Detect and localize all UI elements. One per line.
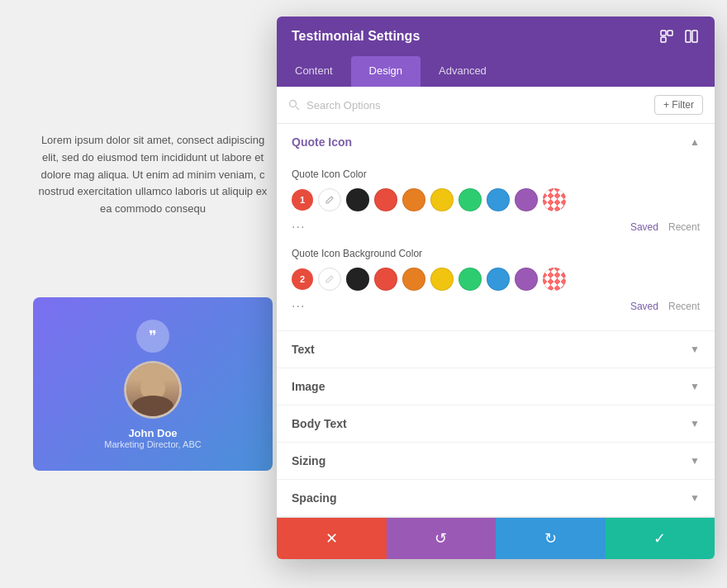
sizing-section: Sizing ▼ [277,443,715,480]
color-dots-1: ··· Saved Recent [292,216,700,238]
dots-menu-2[interactable]: ··· [292,299,305,314]
redo-button[interactable]: ↻ [496,518,606,559]
color-dots-2: ··· Saved Recent [292,296,700,317]
svg-rect-0 [661,31,666,36]
swatch-red-2[interactable] [374,268,397,291]
spacing-section-header[interactable]: Spacing ▼ [277,480,715,516]
swatch-red-1[interactable] [374,188,397,211]
text-section-title: Text [292,343,315,356]
svg-rect-4 [692,31,697,42]
dots-menu-1[interactable]: ··· [292,220,305,235]
quote-icon-header[interactable]: Quote Icon ▲ [277,124,715,160]
svg-rect-1 [668,31,672,36]
sizing-section-header[interactable]: Sizing ▼ [277,443,715,479]
color-picker-btn-2[interactable] [318,268,341,291]
tab-content[interactable]: Content [277,56,351,87]
image-section-title: Image [292,380,325,393]
chevron-down-sizing: ▼ [690,455,700,467]
recent-label-1[interactable]: Recent [668,221,700,233]
pen-icon-1 [325,195,335,205]
save-icon: ✓ [653,529,666,548]
color-label-2: Quote Icon Background Color [292,248,700,259]
filter-button[interactable]: + Filter [654,95,703,115]
spacer [292,238,700,248]
cancel-button[interactable]: ✕ [277,518,387,559]
chevron-down-body: ▼ [690,418,700,429]
color-picker-btn-1[interactable] [318,188,341,211]
swatch-blue-1[interactable] [487,188,510,211]
header-icons [658,28,700,45]
resize-icon[interactable] [658,28,675,45]
text-section-header[interactable]: Text ▼ [277,331,715,368]
pen-icon-2 [325,274,335,284]
lorem-text-block: Lorem ipsum dolor sit amet, consect adip… [33,132,273,218]
image-section: Image ▼ [277,368,715,405]
swatch-transparent-1[interactable] [543,188,566,211]
body-text-section-header[interactable]: Body Text ▼ [277,405,715,442]
card-name: John Doe [128,427,177,439]
sizing-section-title: Sizing [292,454,325,467]
quote-icon-section: Quote Icon ▲ Quote Icon Color 1 [277,124,715,331]
lorem-text: Lorem ipsum dolor sit amet, consect adip… [39,134,268,215]
swatch-blue-2[interactable] [487,268,510,291]
panel-footer: ✕ ↺ ↻ ✓ [277,517,715,559]
panel-content: Quote Icon ▲ Quote Icon Color 1 [277,124,715,517]
chevron-down-spacing: ▼ [690,492,700,504]
color-row-2: 2 [292,268,700,291]
swatch-yellow-1[interactable] [430,188,454,211]
panel-title: Testimonial Settings [292,29,420,44]
spacing-section: Spacing ▼ [277,480,715,517]
reset-button[interactable]: ↺ [387,518,497,559]
quote-icon-title: Quote Icon [292,135,352,149]
recent-label-2[interactable]: Recent [668,301,700,312]
svg-rect-3 [686,31,691,42]
text-section: Text ▼ [277,331,715,368]
chevron-down-text: ▼ [690,344,700,355]
quote-icon-content: Quote Icon Color 1 [277,160,715,330]
search-wrapper: Search Options [288,99,381,111]
saved-label-2[interactable]: Saved [630,301,658,312]
body-text-section-title: Body Text [292,417,347,430]
save-button[interactable]: ✓ [606,518,715,559]
chevron-down-image: ▼ [690,381,700,392]
swatch-transparent-2[interactable] [543,268,566,291]
tab-advanced[interactable]: Advanced [421,56,505,87]
search-placeholder[interactable]: Search Options [306,99,381,111]
svg-line-6 [296,107,299,110]
search-bar: Search Options + Filter [277,87,715,124]
svg-rect-2 [661,37,666,42]
body-text-section: Body Text ▼ [277,405,715,443]
panel-header: Testimonial Settings [277,17,715,56]
tab-design[interactable]: Design [351,56,421,87]
image-section-header[interactable]: Image ▼ [277,368,715,405]
saved-label-1[interactable]: Saved [630,221,658,233]
redo-icon: ↻ [544,529,557,548]
columns-icon[interactable] [683,28,700,45]
badge-1: 1 [292,189,313,211]
chevron-up-icon: ▲ [690,136,700,148]
color-label-1: Quote Icon Color [292,168,700,180]
avatar [124,361,182,419]
swatch-green-1[interactable] [459,188,482,211]
color-row-1: 1 [292,188,700,211]
swatch-black-1[interactable] [346,188,369,211]
swatch-orange-2[interactable] [402,268,425,291]
badge-2: 2 [292,268,313,290]
cancel-icon: ✕ [325,529,338,548]
swatch-purple-1[interactable] [515,188,538,211]
swatch-green-2[interactable] [459,268,482,291]
settings-panel: Testimonial Settings Content Desig [277,17,715,559]
quote-icon: ❞ [136,320,169,353]
spacing-section-title: Spacing [292,491,336,505]
swatch-orange-1[interactable] [402,188,425,211]
reset-icon: ↺ [435,529,447,548]
svg-point-5 [290,101,297,107]
tabs: Content Design Advanced [277,56,715,87]
swatch-purple-2[interactable] [515,268,538,291]
swatch-yellow-2[interactable] [430,268,454,291]
saved-recent-2: Saved Recent [630,301,700,312]
swatch-black-2[interactable] [346,268,369,291]
saved-recent-1: Saved Recent [630,221,700,233]
testimonial-card: ❞ John Doe Marketing Director, ABC [33,297,273,471]
search-icon [288,99,300,111]
